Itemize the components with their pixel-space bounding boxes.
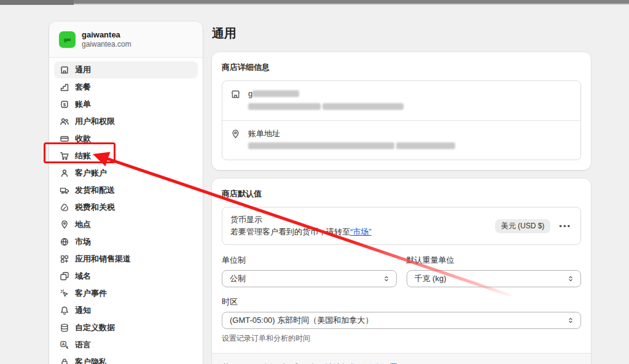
sidebar-item-label: 税费和关税 bbox=[75, 202, 115, 213]
unit-system-field: 单位制 公制 bbox=[222, 255, 397, 287]
updown-caret-icon bbox=[567, 275, 574, 282]
sidebar-item-label: 账单 bbox=[75, 99, 91, 110]
store-domain: gaiwantea.com bbox=[82, 40, 131, 49]
store-defaults-card: 商店默认值 货币显示 若要管理客户看到的货币，请转至“市场” 美元 (USD $… bbox=[212, 179, 591, 364]
sidebar-item-users-permissions[interactable]: 用户和权限 bbox=[54, 113, 198, 130]
weight-unit-label: 默认重量单位 bbox=[407, 255, 582, 266]
sidebar-item-label: 客户事件 bbox=[75, 288, 107, 299]
sidebar-item-shipping-delivery[interactable]: 发货和配送 bbox=[54, 182, 198, 199]
sidebar-item-markets[interactable]: 市场 bbox=[54, 233, 198, 250]
settings-sidebar: gai gaiwantea gaiwantea.com 通用 套餐 $ 账单 用… bbox=[49, 21, 203, 364]
sidebar-item-notifications[interactable]: 通知 bbox=[54, 302, 198, 319]
store-details-card: 商店详细信息 g 账单地址 bbox=[212, 52, 591, 170]
billing-address-redacted bbox=[248, 140, 457, 153]
sidebar-item-label: 用户和权限 bbox=[75, 116, 115, 127]
browser-top-bar-segment bbox=[0, 0, 74, 5]
updown-caret-icon bbox=[567, 317, 574, 324]
person-icon bbox=[59, 168, 69, 179]
sidebar-item-label: 语言 bbox=[75, 339, 91, 350]
sidebar-item-label: 地点 bbox=[75, 219, 91, 230]
sidebar-item-label: 收款 bbox=[75, 133, 91, 144]
sidebar-item-checkout[interactable]: 结账 bbox=[54, 147, 198, 165]
sidebar-item-label: 客户隐私 bbox=[75, 357, 107, 364]
sidebar-item-general[interactable]: 通用 bbox=[54, 61, 198, 79]
currency-helper: 若要管理客户看到的货币，请转至“市场” bbox=[230, 226, 488, 238]
defaults-card-footer: 若要更改用户级时区和语言，请访问您的账户设置 bbox=[212, 353, 591, 364]
weight-unit-select[interactable]: 千克 (kg) bbox=[407, 270, 582, 287]
timezone-select[interactable]: (GMT-05:00) 东部时间（美国和加拿大） bbox=[222, 312, 581, 329]
sidebar-item-locations[interactable]: 地点 bbox=[54, 216, 198, 233]
sidebar-item-custom-data[interactable]: 自定义数据 bbox=[54, 319, 198, 336]
location-pin-icon bbox=[230, 128, 241, 153]
billing-icon: $ bbox=[59, 99, 69, 110]
sidebar-item-label: 应用和销售渠道 bbox=[75, 254, 131, 265]
sidebar-item-taxes-duties[interactable]: 税费和关税 bbox=[54, 199, 198, 216]
updown-caret-icon bbox=[383, 275, 390, 282]
sidebar-item-plan[interactable]: 套餐 bbox=[54, 79, 198, 96]
store-name-redacted: g bbox=[248, 88, 405, 101]
sidebar-item-label: 域名 bbox=[75, 271, 91, 282]
database-icon bbox=[59, 323, 69, 333]
sidebar-item-apps-sales-channels[interactable]: 应用和销售渠道 bbox=[54, 250, 198, 268]
cursor-click-icon bbox=[59, 288, 69, 299]
sidebar-item-customer-privacy[interactable]: 客户隐私 bbox=[54, 354, 198, 364]
store-details-box: g 账单地址 bbox=[222, 80, 581, 160]
bell-icon bbox=[59, 306, 69, 316]
unit-system-select[interactable]: 公制 bbox=[222, 270, 397, 287]
plan-icon bbox=[59, 82, 69, 93]
storefront-icon bbox=[59, 65, 69, 76]
payments-icon bbox=[59, 134, 69, 144]
store-header[interactable]: gai gaiwantea gaiwantea.com bbox=[49, 21, 203, 58]
currency-display-box: 货币显示 若要管理客户看到的货币，请转至“市场” 美元 (USD $) ••• bbox=[222, 207, 581, 245]
browser-top-bar bbox=[0, 0, 629, 5]
storefront-icon bbox=[230, 88, 241, 114]
currency-display-label: 货币显示 bbox=[230, 214, 488, 226]
truck-icon bbox=[59, 185, 69, 196]
store-avatar: gai bbox=[59, 31, 76, 48]
sidebar-item-languages[interactable]: A 语言 bbox=[54, 336, 198, 354]
timezone-helper: 设置记录订单和分析的时间 bbox=[222, 333, 581, 344]
store-name: gaiwantea bbox=[82, 30, 131, 40]
page-title: 通用 bbox=[212, 21, 591, 39]
store-defaults-title: 商店默认值 bbox=[222, 188, 581, 199]
sidebar-item-payments[interactable]: 收款 bbox=[54, 130, 198, 147]
svg-text:$: $ bbox=[63, 102, 66, 107]
billing-address-row[interactable]: 账单地址 bbox=[222, 120, 580, 160]
sidebar-item-label: 通知 bbox=[75, 305, 91, 316]
store-profile-row[interactable]: g bbox=[222, 81, 580, 120]
settings-main-panel: 通用 商店详细信息 g 账单地址 商店默认值 bbox=[212, 21, 591, 364]
sidebar-item-customer-accounts[interactable]: 客户账户 bbox=[54, 165, 198, 182]
sidebar-item-label: 市场 bbox=[75, 236, 91, 247]
more-actions-button[interactable]: ••• bbox=[558, 221, 572, 231]
apps-grid-icon bbox=[59, 254, 69, 265]
sidebar-item-domains[interactable]: 域名 bbox=[54, 268, 198, 285]
sidebar-item-label: 结账 bbox=[75, 150, 91, 161]
sidebar-item-label: 发货和配送 bbox=[75, 185, 115, 196]
timezone-field: 时区 (GMT-05:00) 东部时间（美国和加拿大） 设置记录订单和分析的时间 bbox=[222, 296, 581, 344]
billing-address-label: 账单地址 bbox=[248, 128, 457, 141]
sidebar-item-customer-events[interactable]: 客户事件 bbox=[54, 285, 198, 302]
markets-link[interactable]: “市场” bbox=[350, 227, 372, 236]
timezone-label: 时区 bbox=[222, 296, 581, 308]
location-pin-icon bbox=[59, 220, 69, 230]
sidebar-item-label: 自定义数据 bbox=[75, 322, 115, 333]
users-icon bbox=[59, 117, 69, 127]
svg-text:A: A bbox=[61, 342, 64, 346]
sidebar-item-label: 套餐 bbox=[75, 82, 91, 93]
sidebar-item-billing[interactable]: $ 账单 bbox=[54, 96, 198, 113]
domains-icon bbox=[59, 271, 69, 282]
store-contact-redacted bbox=[248, 101, 405, 114]
cart-icon bbox=[59, 151, 69, 161]
globe-icon bbox=[59, 237, 69, 247]
lock-icon bbox=[59, 357, 69, 364]
store-details-title: 商店详细信息 bbox=[222, 62, 581, 73]
tax-bag-icon bbox=[59, 203, 69, 213]
translate-icon: A bbox=[59, 340, 69, 350]
currency-badge: 美元 (USD $) bbox=[495, 219, 551, 233]
sidebar-item-label: 通用 bbox=[75, 64, 91, 76]
settings-nav: 通用 套餐 $ 账单 用户和权限 收款 结账 客户账户 发货和配送 bbox=[49, 58, 203, 364]
unit-system-label: 单位制 bbox=[222, 255, 397, 266]
sidebar-item-label: 客户账户 bbox=[75, 168, 107, 179]
weight-unit-field: 默认重量单位 千克 (kg) bbox=[407, 255, 582, 287]
